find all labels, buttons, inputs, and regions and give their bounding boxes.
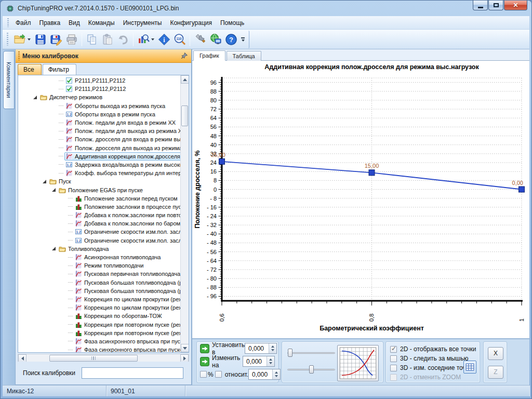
tree-item[interactable]: Полож. педали для выхода из режима ХХ <box>18 127 180 135</box>
dropdown-arrow-icon[interactable] <box>28 38 31 41</box>
scroll-up-button[interactable] <box>181 75 189 84</box>
tree-item[interactable]: Полож. педали для входа в режим ХХ <box>18 118 180 127</box>
title-bar[interactable]: ChipTuningPRO ver.7.2014.0.1570 - UE0900… <box>1 1 531 16</box>
menu-grip[interactable] <box>7 18 9 28</box>
change-value-field[interactable]: 0,000 <box>243 356 267 366</box>
tree-item[interactable]: P2111,P2111,P2112 <box>18 76 180 85</box>
set-value-spinner[interactable]: 0,000 <box>245 343 277 354</box>
menu-помощь[interactable]: Помощь <box>216 17 248 29</box>
vertical-scroll-thumb[interactable] <box>181 105 188 126</box>
table-grid-button[interactable] <box>463 361 476 374</box>
horizontal-slider-1[interactable] <box>287 348 335 357</box>
search-input[interactable] <box>82 367 183 379</box>
slider-thumb[interactable] <box>309 365 314 374</box>
calibration-panel-header[interactable]: Меню калибровок <box>16 49 191 63</box>
relative-value-field[interactable]: 0,000 <box>249 369 272 379</box>
tree-item[interactable]: Полож. дросселя для входа в режим высо <box>18 135 180 143</box>
tree-item[interactable]: P2111,P2112,P2112 <box>18 85 180 93</box>
copy-button[interactable] <box>84 32 100 47</box>
menu-команды[interactable]: Команды <box>84 17 119 29</box>
spin-up-icon[interactable] <box>271 345 274 348</box>
tree-item[interactable]: Коэфф. выбора температуры для интерпо <box>18 169 180 177</box>
expand-arrow-icon[interactable] <box>52 188 56 192</box>
spin-down-icon[interactable] <box>271 349 274 351</box>
axis-button-x[interactable]: X <box>488 347 503 360</box>
web-update-button[interactable] <box>208 32 223 47</box>
undo-button[interactable] <box>115 32 131 47</box>
panel-tab-фильтр[interactable]: Фильтр <box>43 64 76 75</box>
pin-icon[interactable] <box>180 52 188 60</box>
close-button[interactable]: ✕ <box>504 1 527 10</box>
tree-item[interactable]: Положение EGAS при пуске <box>18 185 180 194</box>
percent-checkbox[interactable] <box>200 371 207 378</box>
slider-thumb[interactable] <box>288 349 292 357</box>
tree-item[interactable]: Обороты выхода из режима пуска <box>18 102 180 110</box>
menu-конфигурация[interactable]: Конфигурация <box>166 17 216 29</box>
expand-arrow-icon[interactable] <box>33 96 37 99</box>
change-value-spinner[interactable]: 0,000 <box>243 356 275 367</box>
paste-button[interactable] <box>100 32 115 47</box>
tree-item[interactable]: Коррекция по циклам прокрутки (режи <box>18 303 180 312</box>
relative-checkbox[interactable] <box>215 371 222 378</box>
open-file-button[interactable] <box>12 32 28 47</box>
apply-change-button[interactable] <box>200 357 209 366</box>
spin-down-icon[interactable] <box>269 362 272 364</box>
tree-item[interactable]: Полож. дросселя для выхода из режима в <box>18 144 180 152</box>
panel-tab-все[interactable]: Все <box>18 64 42 75</box>
info-button[interactable]: i <box>156 32 172 47</box>
tree-item[interactable]: Коррекция по циклам прокрутки (режи <box>18 295 180 303</box>
chart-area[interactable]: Аддитивная коррекция полож.дросселя для … <box>192 61 529 339</box>
set-value-field[interactable]: 0,000 <box>245 343 269 353</box>
panel-grip[interactable] <box>18 51 20 61</box>
curve-preview-button[interactable] <box>337 345 379 381</box>
main-tab-график[interactable]: График <box>193 50 225 61</box>
comments-side-tab[interactable]: Комментарии <box>3 51 15 109</box>
help-button[interactable]: ? <box>223 32 239 47</box>
chart-search-button[interactable] <box>136 32 151 47</box>
scroll-down-button[interactable] <box>181 344 189 352</box>
maximize-button[interactable] <box>488 1 503 10</box>
toolbar-grip[interactable] <box>7 33 8 46</box>
expand-arrow-icon[interactable] <box>52 247 56 250</box>
tree-item[interactable]: Диспетчер режимов <box>18 93 180 101</box>
minimize-button[interactable] <box>473 1 488 10</box>
tree-item[interactable]: Коррекция по оборотам-ТОЖ <box>18 312 180 320</box>
toolbar-overflow-icon[interactable] <box>241 37 245 42</box>
tree-item[interactable]: Коррекция при повторном пуске (режи <box>18 329 180 337</box>
tree-item[interactable]: Коррекция при повторном пуске (режи <box>18 320 180 328</box>
tree-item[interactable]: 1.2Ограничение скорости изм.пол. заслон <box>18 236 180 245</box>
option-checkbox[interactable] <box>390 346 397 353</box>
relative-value-spinner[interactable]: 0,000 <box>248 369 281 380</box>
save-button[interactable] <box>33 32 48 47</box>
tree-item[interactable]: Пусковая большая топливоподача (ре <box>18 287 180 295</box>
save-as-button[interactable] <box>48 32 64 47</box>
apply-set-button[interactable] <box>200 344 209 353</box>
zoom-preview-button[interactable]: 110 <box>172 32 188 47</box>
spin-down-icon[interactable] <box>275 375 278 377</box>
option-checkbox[interactable] <box>390 365 397 371</box>
tools-button[interactable] <box>192 32 208 47</box>
dropdown-arrow-icon[interactable] <box>151 38 154 41</box>
tree-item[interactable]: Асинхронная топливоподача <box>18 253 180 261</box>
tree-item[interactable]: 1.2Ограничение скорости изм.пол. заслон <box>18 228 180 236</box>
tree-vertical-scrollbar[interactable] <box>180 75 189 352</box>
menu-правка[interactable]: Правка <box>35 17 65 29</box>
main-tab-таблица[interactable]: Таблица <box>227 51 261 61</box>
tree-item[interactable]: Пусковая первичная топливоподача (р <box>18 270 180 278</box>
tree-item[interactable]: Режим топливоподачи <box>18 261 180 270</box>
tree-item[interactable]: Фаза асинхронного впрыска при пуске <box>18 337 180 345</box>
tree-item[interactable]: Добавка к полож.заслонки при повтор <box>18 211 180 219</box>
spin-up-icon[interactable] <box>269 358 272 361</box>
tree-item[interactable]: Пуск <box>18 177 180 185</box>
tree-item[interactable]: Топливоподача <box>18 245 180 253</box>
tree-item[interactable]: Фаза синхронного впрыска при пуске <box>18 345 180 352</box>
tree-horizontal-scrollbar[interactable] <box>18 354 189 362</box>
menu-инструменты[interactable]: Инструменты <box>119 17 166 29</box>
horizontal-scroll-thumb[interactable] <box>49 355 138 362</box>
tree-item[interactable]: Пусковая большая топливоподача (ре <box>18 278 180 287</box>
tree-item[interactable]: Положение заслонки в процессе пуска <box>18 203 180 211</box>
horizontal-slider-2[interactable] <box>287 365 335 374</box>
tree-item[interactable]: Добавка к полож.заслонки по баромет <box>18 219 180 228</box>
print-button[interactable] <box>64 32 79 47</box>
menu-файл[interactable]: Файл <box>11 17 35 29</box>
